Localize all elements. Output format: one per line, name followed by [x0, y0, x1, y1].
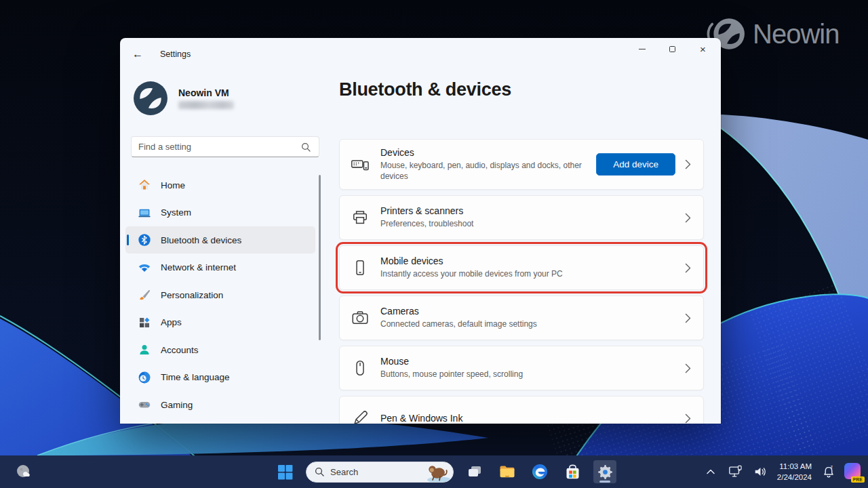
notification-bell-icon: z: [821, 464, 836, 479]
system-tray: 11:03 AM 2/24/2024 z PRE: [702, 455, 863, 488]
sidebar-item-bluetooth-devices[interactable]: Bluetooth & devices: [125, 226, 315, 253]
add-device-button[interactable]: Add device: [596, 153, 675, 176]
sidebar-item-personalization[interactable]: Personalization: [125, 281, 315, 308]
edge-icon: [531, 463, 549, 481]
account-name: Neowin VM: [178, 87, 234, 98]
apps-icon: [138, 316, 151, 329]
gear-icon: [597, 464, 614, 481]
devices-icon: [351, 155, 370, 174]
widgets-button[interactable]: [12, 460, 35, 483]
edge-browser-button[interactable]: [528, 460, 551, 483]
search-icon: [315, 467, 324, 476]
card-mobile-devices[interactable]: Mobile devices Instantly access your mob…: [339, 245, 704, 290]
card-cameras[interactable]: Cameras Connected cameras, default image…: [339, 296, 704, 340]
camera-icon: [351, 308, 370, 327]
close-button[interactable]: ×: [688, 38, 718, 60]
sidebar-item-label: Network & internet: [161, 262, 236, 272]
task-view-icon: [467, 464, 483, 480]
clock-date: 2/24/2024: [777, 472, 812, 483]
neowin-wordmark: Neowin: [753, 19, 839, 49]
bluetooth-icon: [138, 233, 151, 247]
hidden-icons-button[interactable]: [702, 460, 719, 483]
volume-tray-button[interactable]: [751, 460, 770, 483]
active-app-indicator: [599, 481, 610, 483]
chevron-right-icon: [685, 313, 691, 323]
clock-globe-icon: [138, 371, 151, 384]
back-button[interactable]: ←: [127, 45, 149, 64]
sidebar-item-accounts[interactable]: Accounts: [125, 336, 315, 363]
card-desc: Instantly access your mobile devices fro…: [380, 268, 587, 279]
copilot-preview-button[interactable]: PRE: [844, 463, 863, 481]
clock[interactable]: 11:03 AM 2/24/2024: [776, 461, 813, 483]
sidebar-item-label: Bluetooth & devices: [161, 235, 241, 245]
sidebar: Home System Bluetooth & devices: [125, 171, 315, 419]
chevron-right-icon: [685, 413, 691, 424]
person-icon: [138, 343, 151, 357]
notifications-button[interactable]: z: [819, 460, 838, 483]
chevron-right-icon: [685, 263, 691, 273]
caption-buttons: ×: [627, 38, 718, 60]
sidebar-item-time-language[interactable]: Time & language: [125, 364, 315, 391]
pen-icon: [351, 409, 370, 424]
chevron-right-icon: [685, 363, 691, 373]
sidebar-item-label: Apps: [161, 317, 182, 327]
sidebar-item-system[interactable]: System: [125, 199, 315, 226]
minimize-button[interactable]: [627, 38, 657, 60]
start-button[interactable]: [273, 460, 296, 483]
home-icon: [138, 178, 151, 192]
card-desc: Mouse, keyboard, pen, audio, displays an…: [380, 160, 587, 182]
sidebar-item-home[interactable]: Home: [125, 171, 315, 199]
page-title: Bluetooth & devices: [339, 79, 511, 100]
phone-icon: [351, 258, 370, 277]
card-title: Mobile devices: [380, 256, 675, 266]
sidebar-item-network-internet[interactable]: Network & internet: [125, 254, 315, 281]
card-title: Cameras: [380, 306, 675, 317]
sidebar-item-gaming[interactable]: Gaming: [125, 391, 315, 418]
sidebar-item-label: Accounts: [161, 345, 199, 355]
close-icon: ×: [700, 44, 706, 54]
file-explorer-button[interactable]: [496, 460, 519, 483]
sidebar-item-apps[interactable]: Apps: [125, 309, 315, 336]
weather-moon-icon: [15, 463, 33, 481]
search-icon: [301, 142, 311, 152]
card-devices[interactable]: Devices Mouse, keyboard, pen, audio, dis…: [339, 139, 704, 190]
settings-search-input[interactable]: [132, 142, 301, 152]
speaker-icon: [753, 465, 768, 479]
card-title: Mouse: [380, 356, 675, 367]
preview-badge: PRE: [851, 476, 865, 483]
store-icon: [564, 464, 581, 481]
sidebar-scrollbar[interactable]: [319, 175, 321, 340]
mouse-icon: [351, 359, 370, 378]
minimize-icon: [639, 49, 646, 49]
network-tray-button[interactable]: [726, 460, 745, 483]
task-view-button[interactable]: [463, 460, 486, 483]
card-mouse[interactable]: Mouse Buttons, mouse pointer speed, scro…: [339, 346, 704, 390]
card-title: Pen & Windows Ink: [380, 413, 675, 424]
windows-logo-icon: [277, 464, 293, 480]
settings-app-button[interactable]: [593, 460, 616, 483]
gamepad-icon: [138, 398, 151, 411]
paintbrush-icon: [138, 288, 151, 302]
settings-search-box[interactable]: [131, 136, 319, 157]
maximize-button[interactable]: [657, 38, 688, 60]
taskbar: Search: [0, 455, 868, 488]
chevron-up-icon: [706, 468, 715, 475]
neowin-watermark: Neowin: [707, 14, 863, 54]
card-title: Devices: [380, 147, 596, 158]
network-ethernet-icon: [728, 465, 743, 479]
settings-card-list: Devices Mouse, keyboard, pen, audio, dis…: [339, 139, 704, 424]
account-email-blurred: [178, 101, 234, 109]
sidebar-item-label: Gaming: [161, 400, 193, 410]
card-title: Printers & scanners: [380, 205, 675, 216]
selected-indicator: [127, 235, 129, 245]
card-pen-windows-ink[interactable]: Pen & Windows Ink: [339, 396, 704, 424]
wifi-icon: [138, 261, 151, 274]
printer-icon: [351, 208, 370, 227]
system-icon: [138, 206, 151, 220]
taskbar-search-box[interactable]: Search: [306, 462, 454, 483]
account-profile[interactable]: Neowin VM: [133, 80, 309, 117]
desktop: Neowin ← Settings × Neowin VM: [0, 0, 868, 488]
maximize-icon: [669, 46, 675, 52]
microsoft-store-button[interactable]: [561, 460, 584, 483]
card-printers-scanners[interactable]: Printers & scanners Preferences, trouble…: [339, 195, 704, 240]
